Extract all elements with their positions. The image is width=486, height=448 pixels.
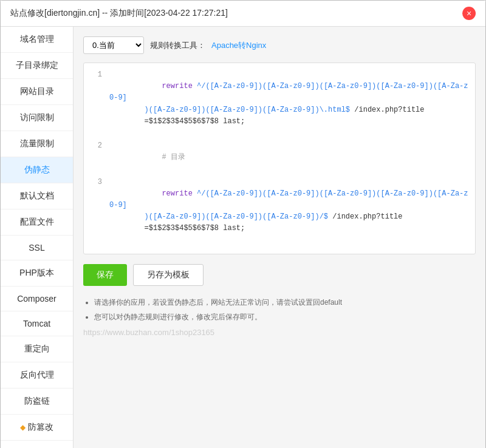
sidebar-item-config[interactable]: 配置文件 — [1, 209, 73, 236]
diamond-icon: ◆ — [20, 423, 26, 432]
sidebar-item-php[interactable]: PHP版本 — [1, 260, 73, 287]
button-row: 保存 另存为模板 — [83, 264, 476, 286]
main-content: 0.当前 规则转换工具： Apache转Nginx 1 rewrite ^/([… — [74, 27, 485, 448]
save-button[interactable]: 保存 — [83, 264, 127, 286]
code-comment-2: # 目录 — [162, 153, 185, 161]
modal-body: 域名管理 子目录绑定 网站目录 访问限制 流量限制 伪静态 默认文档 配置文件 … — [1, 27, 485, 448]
toolbar: 0.当前 规则转换工具： Apache转Nginx — [83, 36, 476, 54]
sidebar-item-flow[interactable]: 流量限制 — [1, 131, 73, 157]
code-line-3: 3 rewrite ^/([A-Za-z0-9])([A-Za-z0-9])([… — [90, 177, 469, 246]
code-content-3: rewrite ^/([A-Za-z0-9])([A-Za-z0-9])([A-… — [109, 177, 469, 246]
sidebar-item-access[interactable]: 访问限制 — [1, 105, 73, 131]
notes-list: 请选择你的应用，若设置伪静态后，网站无法正常访问，请尝试设置回default 您… — [83, 297, 476, 323]
code-keyword-1: rewrite — [162, 82, 192, 90]
watermark: https://www.buzhan.com/1shop23165 — [83, 328, 476, 337]
save-template-button[interactable]: 另存为模板 — [133, 264, 204, 286]
apache-nginx-link[interactable]: Apache转Nginx — [211, 40, 266, 51]
code-line-2: 2 # 目录 — [90, 140, 469, 175]
code-space-3 — [193, 189, 197, 198]
sidebar-item-tomcat[interactable]: Tomcat — [1, 311, 73, 336]
close-button[interactable]: × — [462, 7, 476, 20]
sidebar-item-ssl[interactable]: SSL — [1, 236, 73, 260]
sidebar-item-tamper-label: 防篡改 — [28, 422, 53, 433]
code-keyword-3: rewrite — [162, 189, 192, 198]
version-select[interactable]: 0.当前 — [83, 36, 144, 54]
sidebar-item-tamper[interactable]: ◆ 防篡改 — [1, 415, 73, 441]
sidebar-item-proxy[interactable]: 反向代理 — [1, 362, 73, 389]
line-num-2: 2 — [90, 140, 102, 175]
sidebar-item-domain[interactable]: 域名管理 — [1, 27, 73, 53]
sidebar-item-scan[interactable]: ◆ 安全扫描 — [1, 441, 73, 448]
code-content-1: rewrite ^/([A-Za-z0-9])([A-Za-z0-9])([A-… — [109, 69, 469, 139]
code-line-1: 1 rewrite ^/([A-Za-z0-9])([A-Za-z0-9])([… — [90, 69, 469, 139]
line-num-3: 3 — [90, 177, 102, 246]
code-space-1 — [193, 82, 197, 90]
note-item-2: 您可以对伪静态规则进行修改，修改完后保存即可。 — [94, 311, 476, 323]
modal-header: 站点修改[diertongjin.cn] -- 添加时间[2023-04-22 … — [1, 1, 485, 27]
sidebar-item-default[interactable]: 默认文档 — [1, 183, 73, 209]
modal: 站点修改[diertongjin.cn] -- 添加时间[2023-04-22 … — [0, 0, 486, 448]
sidebar-item-redirect[interactable]: 重定向 — [1, 336, 73, 362]
toolbar-label: 规则转换工具： — [150, 40, 205, 51]
sidebar-item-subdir[interactable]: 子目录绑定 — [1, 53, 73, 79]
line-num-1: 1 — [90, 69, 102, 139]
sidebar-item-hotlink[interactable]: 防盗链 — [1, 389, 73, 415]
sidebar: 域名管理 子目录绑定 网站目录 访问限制 流量限制 伪静态 默认文档 配置文件 … — [1, 27, 74, 448]
notes-section: 请选择你的应用，若设置伪静态后，网站无法正常访问，请尝试设置回default 您… — [83, 297, 476, 337]
sidebar-item-composer[interactable]: Composer — [1, 287, 73, 311]
code-editor[interactable]: 1 rewrite ^/([A-Za-z0-9])([A-Za-z0-9])([… — [83, 63, 476, 254]
modal-title: 站点修改[diertongjin.cn] -- 添加时间[2023-04-22 … — [10, 8, 228, 19]
sidebar-item-webdir[interactable]: 网站目录 — [1, 79, 73, 105]
code-content-2: # 目录 — [109, 140, 185, 175]
note-item-1: 请选择你的应用，若设置伪静态后，网站无法正常访问，请尝试设置回default — [94, 297, 476, 308]
sidebar-item-pseudo[interactable]: 伪静态 — [1, 157, 73, 183]
